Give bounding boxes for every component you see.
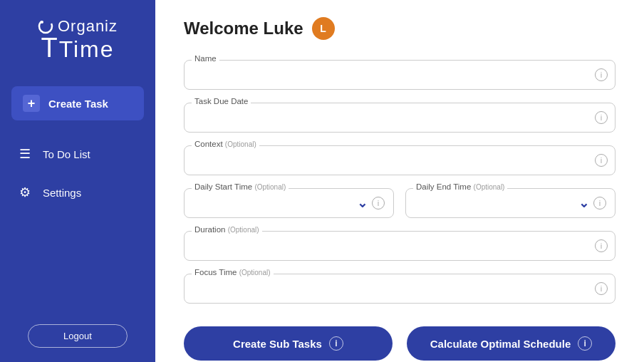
name-info-icon[interactable]: i	[595, 68, 608, 81]
daily-start-time-field-group: Daily Start Time (Optional) ⌄ i	[184, 188, 394, 218]
sidebar-item-settings[interactable]: ⚙ Settings	[11, 176, 144, 209]
daily-start-time-label: Daily Start Time (Optional)	[192, 182, 289, 191]
end-time-optional-text: (Optional)	[474, 183, 505, 191]
focus-time-field-group: Focus Time (Optional) i	[184, 274, 616, 304]
svg-point-1	[41, 21, 43, 24]
logo-area: Organiz TTime	[38, 17, 118, 63]
duration-input[interactable]	[193, 237, 606, 254]
duration-info-icon[interactable]: i	[595, 239, 608, 252]
todo-list-label: To Do List	[43, 148, 90, 160]
settings-label: Settings	[43, 187, 81, 199]
name-field-group: Name i	[184, 60, 616, 90]
logo-time-text: TTime	[41, 33, 114, 63]
name-label: Name	[192, 54, 219, 63]
due-date-field-group: Task Due Date i	[184, 103, 616, 133]
due-date-input[interactable]	[193, 109, 606, 126]
context-label: Context (Optional)	[192, 140, 259, 148]
gear-icon: ⚙	[17, 185, 33, 200]
daily-end-time-label: Daily End Time (Optional)	[413, 182, 507, 191]
calculate-optimal-label: Calculate Optimal Schedule	[430, 338, 571, 350]
welcome-title: Welcome Luke	[184, 19, 303, 38]
due-date-label: Task Due Date	[192, 97, 251, 105]
plus-icon: +	[23, 95, 40, 112]
due-date-info-icon[interactable]: i	[595, 111, 608, 124]
create-sub-tasks-button[interactable]: Create Sub Tasks i	[184, 326, 393, 361]
focus-time-label: Focus Time (Optional)	[192, 268, 274, 276]
context-info-icon[interactable]: i	[595, 154, 608, 167]
focus-time-optional-text: (Optional)	[239, 269, 271, 276]
create-task-button[interactable]: + Create Task	[11, 86, 144, 120]
start-time-chevron-icon[interactable]: ⌄	[357, 195, 368, 211]
context-optional-text: (Optional)	[225, 140, 256, 148]
sidebar-item-todo-list[interactable]: ☰ To Do List	[11, 138, 144, 170]
context-field-group: Context (Optional) i	[184, 145, 616, 175]
start-time-icons: ⌄ i	[357, 195, 385, 211]
task-form: Name i Task Due Date i Context (Optional…	[184, 60, 616, 304]
end-time-dropdown-field: ⌄ i	[415, 195, 606, 212]
duration-field-group: Duration (Optional) i	[184, 231, 616, 261]
start-time-dropdown-field: ⌄ i	[193, 195, 385, 212]
create-sub-tasks-info-icon: i	[329, 336, 343, 351]
start-time-info-icon[interactable]: i	[372, 197, 385, 210]
daily-start-time-input[interactable]	[193, 195, 357, 212]
daily-end-time-field-group: Daily End Time (Optional) ⌄ i	[405, 188, 616, 218]
focus-time-input[interactable]	[193, 280, 606, 297]
create-sub-tasks-label: Create Sub Tasks	[233, 338, 322, 350]
focus-time-info-icon[interactable]: i	[595, 282, 608, 295]
calculate-optimal-button[interactable]: Calculate Optimal Schedule i	[407, 326, 616, 361]
daily-end-time-input[interactable]	[415, 195, 578, 212]
list-icon: ☰	[17, 146, 33, 162]
end-time-icons: ⌄ i	[578, 195, 606, 211]
bottom-buttons: Create Sub Tasks i Calculate Optimal Sch…	[184, 326, 616, 361]
context-input[interactable]	[193, 152, 606, 169]
duration-label: Duration (Optional)	[192, 225, 262, 234]
end-time-chevron-icon[interactable]: ⌄	[578, 195, 589, 211]
calculate-optimal-info-icon: i	[578, 336, 592, 351]
name-input[interactable]	[193, 66, 606, 83]
main-content: Welcome Luke L Name i Task Due Date i Co…	[155, 0, 644, 362]
start-time-optional-text: (Optional)	[254, 183, 286, 191]
time-row: Daily Start Time (Optional) ⌄ i Daily En…	[184, 188, 616, 218]
logout-button[interactable]: Logout	[28, 324, 128, 348]
duration-optional-text: (Optional)	[228, 226, 259, 234]
avatar: L	[312, 17, 335, 40]
end-time-info-icon[interactable]: i	[593, 197, 606, 210]
sidebar: Organiz TTime + Create Task ☰ To Do List…	[0, 0, 155, 362]
welcome-header: Welcome Luke L	[184, 17, 616, 40]
create-task-label: Create Task	[48, 98, 108, 110]
logo-ring-icon	[38, 19, 53, 34]
